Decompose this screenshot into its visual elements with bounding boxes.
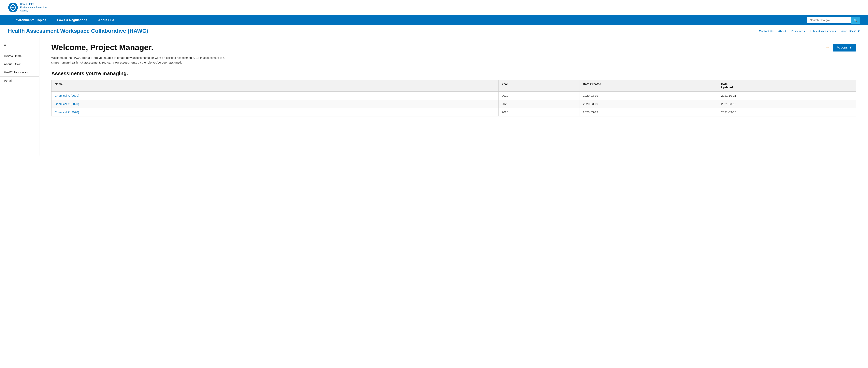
your-hawc-caret: ▼ (857, 29, 860, 33)
table-cell-created-1: 2020-03-19 (580, 100, 718, 108)
main-content: Welcome, Project Manager. → Actions ▼ We… (39, 37, 868, 155)
assessment-link-0[interactable]: Chemical X (2020) (55, 94, 79, 97)
table-header: Name Year Date Created DateUpdated (52, 80, 856, 92)
table-cell-updated-1: 2021-03-15 (718, 100, 856, 108)
sidebar-collapse-button[interactable]: « (0, 41, 39, 52)
col-header-year: Year (498, 80, 580, 92)
nav-links: Environmental Topics Laws & Regulations … (8, 15, 120, 25)
sidebar: « HAWC Home About HAWC HAWC Resources Po… (0, 37, 39, 155)
actions-arrow-icon: → (825, 44, 830, 51)
table-cell-name-2: Chemical Z (2020) (52, 108, 498, 116)
epa-logo-area: EPA United States Environmental Protecti… (8, 2, 46, 12)
sidebar-item-portal[interactable]: Portal (0, 76, 39, 85)
epa-logo-icon: EPA (8, 2, 18, 12)
nav-link-laws-regulations[interactable]: Laws & Regulations (52, 15, 93, 25)
actions-area: → Actions ▼ (825, 43, 856, 52)
nav-link-about-epa[interactable]: About EPA (93, 15, 120, 25)
assessment-link-2[interactable]: Chemical Z (2020) (55, 111, 79, 114)
table-header-row: Name Year Date Created DateUpdated (52, 80, 856, 92)
table-cell-updated-0: 2021-10-21 (718, 92, 856, 100)
welcome-row: Welcome, Project Manager. → Actions ▼ (51, 43, 856, 52)
agency-line2: Environmental Protection (20, 6, 46, 9)
nav-bar: Environmental Topics Laws & Regulations … (0, 15, 868, 25)
agency-line1: United States (20, 3, 34, 5)
assessments-table: Name Year Date Created DateUpdated Chemi… (51, 80, 856, 116)
search-input[interactable] (807, 17, 850, 23)
hawc-nav-contact-us[interactable]: Contact Us (759, 29, 774, 33)
epa-header: EPA United States Environmental Protecti… (0, 0, 868, 15)
welcome-description: Welcome to the HAWC portal. Here you're … (51, 56, 229, 65)
svg-text:EPA: EPA (11, 6, 15, 9)
hawc-nav: Contact Us About Resources Public Assess… (759, 29, 860, 33)
col-header-date-updated: DateUpdated (718, 80, 856, 92)
main-layout: « HAWC Home About HAWC HAWC Resources Po… (0, 37, 868, 155)
hawc-nav-resources[interactable]: Resources (791, 29, 805, 33)
welcome-title: Welcome, Project Manager. (51, 43, 153, 52)
nav-link-environmental-topics[interactable]: Environmental Topics (8, 15, 52, 25)
your-hawc-label: Your HAWC (841, 29, 856, 33)
your-hawc-button[interactable]: Your HAWC ▼ (841, 29, 860, 33)
hawc-nav-about[interactable]: About (778, 29, 786, 33)
table-body: Chemical X (2020)20202020-03-192021-10-2… (52, 92, 856, 116)
hawc-subheader: Health Assessment Workspace Collaborativ… (0, 25, 868, 37)
assessments-section-title: Assessments you're managing: (51, 70, 856, 76)
actions-caret: ▼ (849, 45, 852, 50)
table-row: Chemical Z (2020)20202020-03-192021-03-1… (52, 108, 856, 116)
table-cell-year-0: 2020 (498, 92, 580, 100)
col-header-name: Name (52, 80, 498, 92)
table-cell-year-1: 2020 (498, 100, 580, 108)
table-cell-created-2: 2020-03-19 (580, 108, 718, 116)
col-header-date-created: Date Created (580, 80, 718, 92)
hawc-title: Health Assessment Workspace Collaborativ… (8, 28, 148, 34)
actions-button[interactable]: Actions ▼ (833, 43, 856, 52)
actions-label: Actions (837, 45, 848, 50)
agency-line3: Agency (20, 9, 28, 12)
table-cell-updated-2: 2021-03-15 (718, 108, 856, 116)
table-cell-year-2: 2020 (498, 108, 580, 116)
table-cell-created-0: 2020-03-19 (580, 92, 718, 100)
sidebar-item-hawc-home[interactable]: HAWC Home (0, 52, 39, 60)
sidebar-item-hawc-resources[interactable]: HAWC Resources (0, 68, 39, 76)
assessment-link-1[interactable]: Chemical Y (2020) (55, 102, 79, 105)
table-cell-name-0: Chemical X (2020) (52, 92, 498, 100)
search-button[interactable]: 🔍 (850, 17, 860, 24)
table-row: Chemical X (2020)20202020-03-192021-10-2… (52, 92, 856, 100)
table-cell-name-1: Chemical Y (2020) (52, 100, 498, 108)
nav-search: 🔍 (807, 17, 860, 24)
table-row: Chemical Y (2020)20202020-03-192021-03-1… (52, 100, 856, 108)
hawc-nav-public-assessments[interactable]: Public Assessments (810, 29, 836, 33)
epa-agency-text: United States Environmental Protection A… (20, 3, 46, 12)
sidebar-item-about-hawc[interactable]: About HAWC (0, 60, 39, 68)
